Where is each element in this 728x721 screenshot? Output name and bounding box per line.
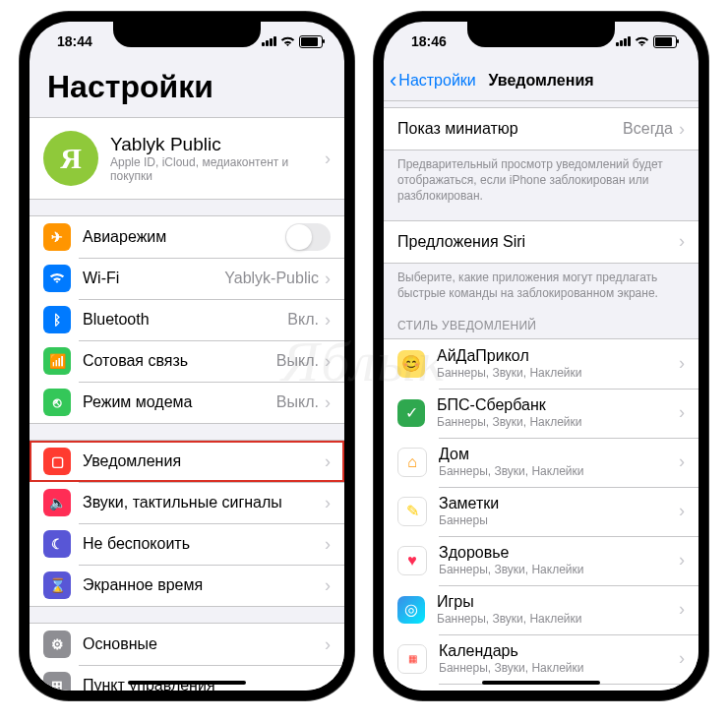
notifications-label: Уведомления bbox=[83, 452, 325, 470]
signal-icon bbox=[616, 36, 631, 46]
back-button[interactable]: ‹Настройки bbox=[384, 68, 476, 93]
app-row[interactable]: 😊 АйДаПриколБаннеры, Звуки, Наклейки › bbox=[384, 339, 698, 389]
app-sublabel: Баннеры, Звуки, Наклейки bbox=[439, 464, 679, 478]
wifi-row[interactable]: Wi-Fi Yablyk-Public › bbox=[30, 258, 344, 299]
page-title: Настройки bbox=[30, 61, 344, 111]
app-row[interactable]: ♥ ЗдоровьеБаннеры, Звуки, Наклейки › bbox=[384, 536, 698, 585]
bluetooth-icon: ᛒ bbox=[43, 306, 71, 333]
avatar: Я bbox=[43, 131, 98, 186]
app-sublabel: Баннеры, Звуки, Наклейки bbox=[437, 612, 679, 626]
home-indicator[interactable] bbox=[128, 681, 246, 685]
chevron-icon: › bbox=[325, 634, 331, 655]
app-label: БПС-Сбербанк bbox=[437, 396, 679, 414]
app-sublabel: Баннеры, Звуки, Наклейки bbox=[439, 661, 679, 675]
wifi-icon bbox=[635, 36, 649, 47]
profile-desc: Apple ID, iCloud, медиаконтент и покупки bbox=[110, 155, 325, 183]
app-label: Дом bbox=[439, 446, 679, 463]
app-icon: ◎ bbox=[397, 596, 425, 624]
app-icon: 😊 bbox=[397, 350, 425, 378]
notch bbox=[467, 22, 615, 47]
preview-group: Показ миниатюр Всегда › bbox=[384, 107, 698, 150]
general-row[interactable]: ⚙ Основные › bbox=[30, 624, 344, 665]
chevron-icon: › bbox=[325, 493, 331, 513]
general-label: Основные bbox=[83, 635, 325, 653]
screentime-row[interactable]: ⌛ Экранное время › bbox=[30, 565, 344, 606]
preview-label: Показ миниатюр bbox=[397, 120, 623, 138]
app-icon: ⌂ bbox=[397, 448, 427, 477]
siri-group: Предложения Siri › bbox=[384, 220, 698, 264]
notch bbox=[113, 22, 261, 47]
sounds-label: Звуки, тактильные сигналы bbox=[83, 494, 325, 511]
app-row[interactable]: ✓ БПС-СбербанкБаннеры, Звуки, Наклейки › bbox=[384, 389, 698, 438]
dnd-icon: ☾ bbox=[43, 530, 71, 558]
screen-left: 18:44 Настройки Я Yablyk Public Apple ID… bbox=[30, 22, 344, 691]
bluetooth-row[interactable]: ᛒ Bluetooth Вкл. › bbox=[30, 299, 344, 340]
preview-footer: Предварительный просмотр уведомлений буд… bbox=[384, 150, 698, 205]
app-label: Календарь bbox=[439, 642, 679, 660]
back-label: Настройки bbox=[398, 72, 475, 90]
connectivity-group: ✈ Авиарежим Wi-Fi Yablyk-Public › ᛒ Blue… bbox=[30, 215, 344, 424]
chevron-icon: › bbox=[679, 353, 685, 374]
app-row[interactable]: ◎ ИгрыБаннеры, Звуки, Наклейки › bbox=[384, 585, 698, 634]
bluetooth-label: Bluetooth bbox=[83, 311, 287, 329]
chevron-icon: › bbox=[679, 231, 685, 252]
status-time: 18:44 bbox=[57, 33, 92, 49]
wifi-icon bbox=[280, 36, 295, 47]
chevron-icon: › bbox=[325, 451, 331, 472]
chevron-icon: › bbox=[679, 599, 685, 620]
siri-label: Предложения Siri bbox=[397, 233, 679, 251]
dnd-row[interactable]: ☾ Не беспокоить › bbox=[30, 523, 344, 565]
chevron-icon: › bbox=[679, 451, 685, 472]
status-time: 18:46 bbox=[411, 33, 447, 49]
chevron-icon: › bbox=[325, 269, 331, 289]
app-icon: ✎ bbox=[397, 497, 427, 526]
show-previews-row[interactable]: Показ миниатюр Всегда › bbox=[384, 108, 698, 150]
siri-footer: Выберите, какие приложения могут предлаг… bbox=[384, 264, 698, 301]
airplane-toggle[interactable] bbox=[285, 223, 331, 251]
screentime-label: Экранное время bbox=[83, 576, 325, 594]
bluetooth-value: Вкл. bbox=[287, 311, 319, 329]
signal-icon bbox=[262, 36, 276, 46]
hotspot-row[interactable]: ⎋ Режим модема Выкл. › bbox=[30, 382, 344, 423]
control-center-row[interactable]: ⊞ Пункт управления › bbox=[30, 665, 344, 691]
cellular-row[interactable]: 📶 Сотовая связь Выкл. › bbox=[30, 340, 344, 382]
system-group: ▢ Уведомления › 🔈 Звуки, тактильные сигн… bbox=[30, 440, 344, 607]
hotspot-label: Режим модема bbox=[83, 393, 276, 411]
app-row[interactable]: ▦ КалендарьБаннеры, Звуки, Наклейки › bbox=[384, 634, 698, 684]
chevron-icon: › bbox=[325, 310, 331, 330]
app-row[interactable]: ✎ ЗаметкиБаннеры › bbox=[384, 487, 698, 536]
app-label: Игры bbox=[437, 593, 679, 611]
airplane-icon: ✈ bbox=[43, 223, 71, 251]
nav-bar: ‹Настройки Уведомления bbox=[384, 61, 698, 101]
control-icon: ⊞ bbox=[43, 672, 71, 691]
chevron-icon: › bbox=[679, 119, 685, 140]
notifications-icon: ▢ bbox=[43, 448, 71, 475]
chevron-icon: › bbox=[325, 351, 331, 372]
notifications-row[interactable]: ▢ Уведомления › bbox=[30, 441, 344, 482]
wifi-label: Wi-Fi bbox=[83, 270, 224, 287]
apple-id-row[interactable]: Я Yablyk Public Apple ID, iCloud, медиак… bbox=[30, 118, 344, 199]
app-sublabel: Баннеры, Звуки, Наклейки bbox=[437, 366, 679, 380]
app-row[interactable]: ⌂ ДомБаннеры, Звуки, Наклейки › bbox=[384, 438, 698, 487]
siri-suggestions-row[interactable]: Предложения Siri › bbox=[384, 221, 698, 263]
app-label: Здоровье bbox=[439, 544, 679, 562]
airplane-row[interactable]: ✈ Авиарежим bbox=[30, 216, 344, 258]
app-icon: ♥ bbox=[397, 546, 427, 575]
chevron-icon: › bbox=[325, 149, 331, 169]
app-icon: ✓ bbox=[397, 399, 425, 427]
app-list: 😊 АйДаПриколБаннеры, Звуки, Наклейки › ✓… bbox=[384, 338, 698, 691]
screen-right: 18:46 ‹Настройки Уведомления Показ миниа… bbox=[384, 22, 698, 691]
chevron-icon: › bbox=[325, 392, 331, 413]
phone-right: 18:46 ‹Настройки Уведомления Показ миниа… bbox=[374, 12, 708, 700]
airplane-label: Авиарежим bbox=[83, 228, 285, 246]
battery-icon bbox=[653, 35, 677, 48]
sounds-row[interactable]: 🔈 Звуки, тактильные сигналы › bbox=[30, 482, 344, 523]
app-sublabel: Баннеры bbox=[439, 513, 679, 527]
chevron-icon: › bbox=[679, 402, 685, 423]
home-indicator[interactable] bbox=[482, 681, 600, 685]
app-label: АйДаПрикол bbox=[437, 347, 679, 365]
chevron-icon: › bbox=[325, 676, 331, 691]
wifi-app-icon bbox=[43, 265, 71, 292]
screentime-icon: ⌛ bbox=[43, 571, 71, 599]
cellular-value: Выкл. bbox=[276, 352, 319, 370]
